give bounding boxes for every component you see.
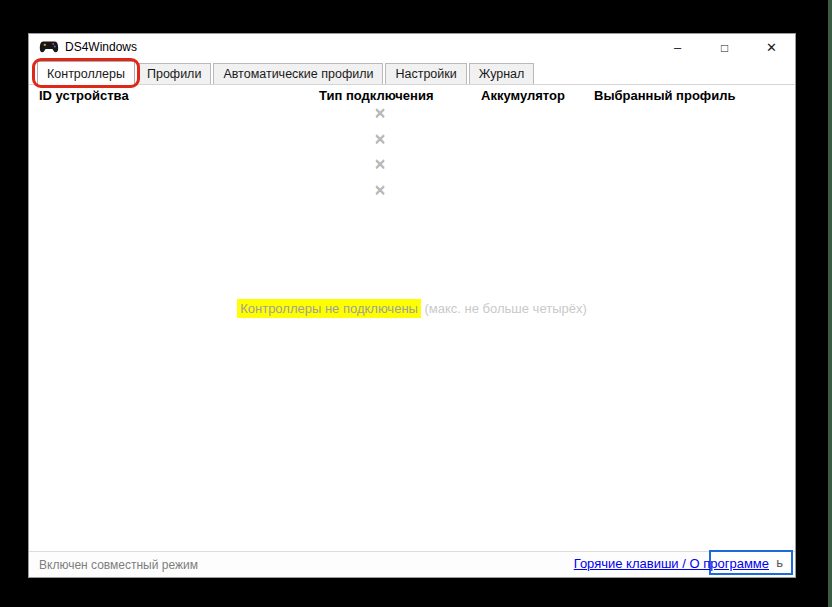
- window-title: DS4Windows: [65, 40, 137, 54]
- hotkeys-about-link[interactable]: Горячие клавиши / О программе: [574, 556, 769, 571]
- disconnected-x-icon: ✕: [367, 155, 393, 173]
- tab-controllers-label: Контроллеры: [47, 67, 125, 81]
- no-controllers-message: Контроллеры не подключены (макс. не боль…: [29, 301, 795, 316]
- minimize-icon[interactable]: –: [654, 34, 701, 61]
- window-controls: – □ ✕: [654, 34, 795, 61]
- tab-profiles-label: Профили: [147, 67, 201, 81]
- no-controllers-rest-text: (макс. не больше четырёх): [421, 301, 587, 316]
- column-header-device-id: ID устройства: [39, 88, 129, 103]
- tab-log[interactable]: Журнал: [469, 63, 535, 84]
- tab-auto-profiles[interactable]: Автоматические профили: [213, 63, 383, 84]
- ds4windows-window: DS4Windows – □ ✕ Контроллеры Профили Авт…: [28, 33, 796, 578]
- disconnected-x-icon: ✕: [367, 130, 393, 148]
- status-bar: Включен совместный режим ь Горячие клави…: [29, 551, 795, 577]
- no-controllers-highlighted-text: Контроллеры не подключены: [237, 299, 421, 318]
- stop-button-partial-label: ь: [776, 555, 783, 570]
- tab-settings-label: Настройки: [395, 67, 456, 81]
- status-text: Включен совместный режим: [39, 558, 198, 572]
- tab-strip: Контроллеры Профили Автоматические профи…: [29, 61, 795, 85]
- column-header-selected-profile: Выбранный профиль: [594, 88, 735, 103]
- title-bar: DS4Windows – □ ✕: [29, 34, 795, 61]
- tab-log-label: Журнал: [479, 67, 525, 81]
- close-icon[interactable]: ✕: [748, 34, 795, 61]
- tab-settings[interactable]: Настройки: [385, 63, 466, 84]
- desktop-edge-strip: [828, 0, 832, 607]
- maximize-icon[interactable]: □: [701, 34, 748, 61]
- disconnected-x-icon: ✕: [367, 181, 393, 199]
- gamepad-icon: [39, 39, 59, 54]
- column-header-connection-type: Тип подключения: [319, 88, 434, 103]
- tab-auto-profiles-label: Автоматические профили: [223, 67, 373, 81]
- tab-controllers[interactable]: Контроллеры: [37, 61, 135, 85]
- disconnected-x-icon: ✕: [367, 104, 393, 122]
- tab-profiles[interactable]: Профили: [137, 63, 211, 84]
- column-header-battery: Аккумулятор: [481, 88, 565, 103]
